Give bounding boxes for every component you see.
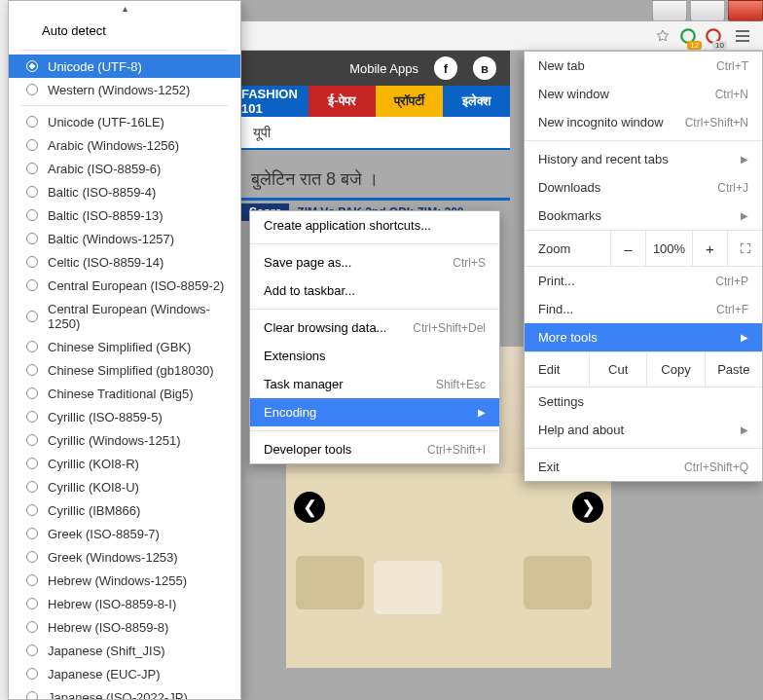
sub-dev-tools[interactable]: Developer toolsCtrl+Shift+I — [250, 435, 499, 463]
nav-epaper[interactable]: ई-पेपर — [309, 86, 376, 117]
sub-nav[interactable]: यूपी — [241, 117, 510, 150]
bookmark-star-icon[interactable] — [652, 25, 673, 47]
encoding-option[interactable]: Cyrillic (KOI8-U) — [9, 475, 240, 498]
encoding-option-label: Cyrillic (KOI8-U) — [48, 480, 139, 495]
sub-extensions[interactable]: Extensions — [250, 342, 499, 370]
nav-property[interactable]: प्रॉपर्टी — [376, 86, 443, 117]
encoding-option[interactable]: Cyrillic (KOI8-R) — [9, 452, 240, 475]
encoding-option[interactable]: Japanese (EUC-JP) — [9, 662, 240, 685]
encoding-option[interactable]: Baltic (ISO-8859-4) — [9, 180, 240, 203]
browser-toolbar: 12 10 — [241, 21, 763, 51]
radio-icon — [26, 528, 38, 539]
encoding-option[interactable]: Western (Windows-1252) — [9, 78, 240, 101]
radio-icon — [26, 668, 38, 680]
encoding-menu: ▴ Auto detect Unicode (UTF-8)Western (Wi… — [8, 0, 241, 700]
copy-button[interactable]: Copy — [646, 352, 704, 387]
sub-encoding[interactable]: Encoding▶ — [250, 398, 499, 426]
menu-find[interactable]: Find...Ctrl+F — [525, 295, 762, 323]
sub-task-manager[interactable]: Task managerShift+Esc — [250, 370, 499, 398]
radio-icon — [26, 279, 38, 291]
extension-badge-2: 10 — [712, 41, 727, 50]
encoding-option-label: Japanese (EUC-JP) — [48, 667, 161, 682]
menu-bookmarks[interactable]: Bookmarks▶ — [525, 202, 762, 230]
menu-more-tools[interactable]: More tools▶ — [525, 323, 762, 351]
radio-icon — [26, 84, 38, 95]
chrome-main-menu: New tabCtrl+T New windowCtrl+N New incog… — [524, 51, 763, 482]
chevron-right-icon: ▶ — [741, 424, 748, 435]
radio-icon — [26, 387, 38, 399]
chevron-right-icon: ▶ — [741, 210, 748, 221]
extension-badge-1: 12 — [687, 41, 702, 50]
encoding-option[interactable]: Central European (ISO-8859-2) — [9, 274, 240, 297]
encoding-option[interactable]: Arabic (Windows-1256) — [9, 133, 240, 157]
radio-icon — [26, 621, 38, 633]
encoding-option[interactable]: Chinese Simplified (GBK) — [9, 335, 240, 358]
encoding-option[interactable]: Cyrillic (Windows-1251) — [9, 428, 240, 452]
encoding-option[interactable]: Central European (Windows-1250) — [9, 297, 240, 335]
menu-incognito[interactable]: New incognito windowCtrl+Shift+N — [525, 108, 762, 136]
encoding-option[interactable]: Baltic (ISO-8859-13) — [9, 203, 240, 227]
sub-create-shortcuts[interactable]: Create application shortcuts... — [250, 211, 499, 239]
encoding-option[interactable]: Japanese (ISO-2022-JP) — [9, 685, 240, 700]
encoding-option-label: Chinese Traditional (Big5) — [48, 387, 194, 401]
encoding-option-label: Central European (ISO-8859-2) — [48, 278, 224, 293]
encoding-option[interactable]: Celtic (ISO-8859-14) — [9, 250, 240, 274]
cut-button[interactable]: Cut — [589, 352, 646, 387]
carousel-prev-icon[interactable]: ❮ — [294, 492, 325, 523]
nav-election[interactable]: इलेक्श — [443, 86, 510, 117]
encoding-option[interactable]: Japanese (Shift_JIS) — [9, 639, 240, 662]
radio-icon — [26, 481, 38, 493]
menu-new-window[interactable]: New windowCtrl+N — [525, 80, 762, 108]
minimize-button[interactable] — [652, 0, 687, 21]
carousel-next-icon[interactable]: ❯ — [572, 492, 603, 523]
extension-icon-1[interactable]: 12 — [677, 25, 699, 47]
encoding-option[interactable]: Hebrew (ISO-8859-8) — [9, 615, 240, 639]
sub-add-taskbar[interactable]: Add to taskbar... — [250, 276, 499, 305]
sub-clear-data[interactable]: Clear browsing data...Ctrl+Shift+Del — [250, 313, 499, 342]
encoding-option[interactable]: Chinese Traditional (Big5) — [9, 382, 240, 405]
radio-icon — [26, 691, 38, 700]
menu-print[interactable]: Print...Ctrl+P — [525, 267, 762, 295]
menu-settings[interactable]: Settings — [525, 387, 762, 416]
radio-icon — [26, 645, 38, 656]
scroll-up-icon[interactable]: ▴ — [9, 1, 240, 16]
encoding-option-label: Baltic (Windows-1257) — [48, 232, 174, 246]
zoom-out-button[interactable]: – — [610, 231, 645, 266]
zoom-in-button[interactable]: + — [692, 231, 727, 266]
encoding-option[interactable]: Baltic (Windows-1257) — [9, 227, 240, 250]
encoding-option-label: Hebrew (ISO-8859-8) — [48, 620, 168, 635]
chevron-right-icon: ▶ — [741, 154, 748, 165]
facebook-icon[interactable]: f — [434, 56, 457, 80]
extension-icon-2[interactable]: 10 — [703, 25, 724, 47]
menu-history[interactable]: History and recent tabs▶ — [525, 145, 762, 173]
encoding-option[interactable]: Unicode (UTF-16LE) — [9, 110, 240, 133]
sub-save-page[interactable]: Save page as...Ctrl+S — [250, 248, 499, 276]
encoding-option-label: Japanese (Shift_JIS) — [48, 644, 165, 658]
paste-button[interactable]: Paste — [705, 352, 762, 387]
encoding-option[interactable]: Cyrillic (IBM866) — [9, 498, 240, 522]
encoding-auto-detect[interactable]: Auto detect — [9, 16, 240, 46]
menu-exit[interactable]: ExitCtrl+Shift+Q — [525, 453, 762, 481]
maximize-button[interactable] — [690, 0, 725, 21]
radio-icon — [26, 209, 38, 221]
encoding-option-label: Baltic (ISO-8859-4) — [48, 185, 156, 200]
encoding-option[interactable]: Greek (Windows-1253) — [9, 545, 240, 569]
radio-icon — [26, 598, 38, 609]
encoding-option[interactable]: Arabic (ISO-8859-6) — [9, 157, 240, 180]
menu-downloads[interactable]: DownloadsCtrl+J — [525, 173, 762, 202]
encoding-option[interactable]: Chinese Simplified (gb18030) — [9, 358, 240, 382]
encoding-option[interactable]: Hebrew (Windows-1255) — [9, 569, 240, 592]
fullscreen-button[interactable] — [727, 231, 762, 266]
encoding-option[interactable]: Hebrew (ISO-8859-8-I) — [9, 592, 240, 615]
close-button[interactable] — [728, 0, 763, 21]
menu-help[interactable]: Help and about▶ — [525, 416, 762, 444]
chrome-menu-button[interactable] — [728, 21, 757, 51]
menu-new-tab[interactable]: New tabCtrl+T — [525, 52, 762, 80]
encoding-option[interactable]: Cyrillic (ISO-8859-5) — [9, 405, 240, 428]
nav-fashion[interactable]: FASHION 101 — [241, 86, 309, 117]
encoding-option[interactable]: Unicode (UTF-8) — [9, 55, 240, 78]
radio-icon — [26, 411, 38, 423]
twitter-icon[interactable]: в — [473, 56, 496, 80]
encoding-option[interactable]: Greek (ISO-8859-7) — [9, 522, 240, 545]
mobile-apps-label[interactable]: Mobile Apps — [349, 61, 418, 76]
